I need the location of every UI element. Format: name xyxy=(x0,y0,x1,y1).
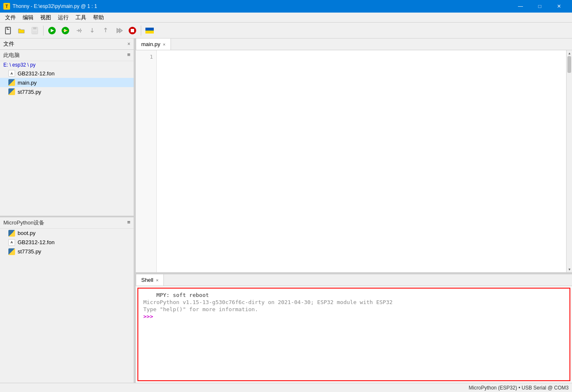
step-into-button[interactable] xyxy=(86,24,98,37)
new-file-button[interactable] xyxy=(2,24,14,37)
file-item-main-py[interactable]: main.py xyxy=(0,78,134,87)
status-bar: MicroPython (ESP32) • USB Serial @ COM3 xyxy=(0,383,572,392)
shell-tab-label: Shell xyxy=(141,277,153,283)
device-file-item-st7735-py[interactable]: st7735.py xyxy=(0,247,134,256)
app-icon: T xyxy=(3,3,10,10)
device-file-list: boot.py A GB2312-12.fon st7735.py xyxy=(0,229,134,383)
py-icon xyxy=(8,79,15,86)
device-section-title: MicroPython设备 xyxy=(3,219,44,226)
svg-rect-8 xyxy=(63,30,67,31)
minimize-button[interactable]: — xyxy=(511,0,530,13)
file-item-gb2312-fon[interactable]: A GB2312-12.fon xyxy=(0,69,134,78)
file-name: GB2312-12.fon xyxy=(18,239,54,245)
shell-content[interactable]: MPY: soft reboot MicroPython v1.15-13-g5… xyxy=(137,288,570,381)
file-panel-header: 文件 × xyxy=(0,39,134,50)
local-file-path[interactable]: E: \ esp32 \ py xyxy=(0,61,134,69)
file-name: GB2312-12.fon xyxy=(18,70,54,77)
local-file-list: A GB2312-12.fon main.py st7735.py xyxy=(0,69,134,216)
fon-icon: A xyxy=(8,239,15,246)
title-bar: T Thonny - E:\esp32\py\main.py @ 1 : 1 —… xyxy=(0,0,572,13)
editor-content: 1 ▲ ▼ xyxy=(136,50,572,272)
scroll-down-arrow[interactable]: ▼ xyxy=(567,266,572,272)
file-name: st7735.py xyxy=(18,89,41,95)
svg-rect-12 xyxy=(131,29,134,32)
shell-tab[interactable]: Shell × xyxy=(136,274,164,286)
maximize-button[interactable]: □ xyxy=(530,0,549,13)
device-file-item-boot-py[interactable]: boot.py xyxy=(0,229,134,238)
toolbar-separator-2 xyxy=(141,26,141,36)
svg-rect-3 xyxy=(33,31,37,34)
editor-scrollbar[interactable]: ▲ ▼ xyxy=(566,50,572,272)
status-text: MicroPython (ESP32) • USB Serial @ COM3 xyxy=(469,385,569,391)
py-icon xyxy=(8,248,15,255)
menu-bar: 文件 编辑 视图 运行 工具 帮助 xyxy=(0,13,572,23)
device-file-item-gb2312-fon[interactable]: A GB2312-12.fon xyxy=(0,238,134,247)
local-section-title: 此电脑 xyxy=(3,52,20,58)
tab-label: main.py xyxy=(141,41,160,47)
device-section-header: MicroPython设备 ≡ xyxy=(0,217,134,229)
shell-line-micropython: MicroPython v1.15-13-g530c76f6c-dirty on… xyxy=(143,299,564,305)
code-editor[interactable] xyxy=(157,50,566,272)
open-file-button[interactable] xyxy=(15,24,28,37)
file-name: boot.py xyxy=(18,230,36,236)
shell-prompt: >>> xyxy=(143,313,564,320)
editor-area: main.py × 1 ▲ ▼ xyxy=(136,39,572,272)
resume-button[interactable] xyxy=(113,24,125,37)
close-button[interactable]: ✕ xyxy=(549,0,569,13)
main-area: 文件 × 此电脑 ≡ E: \ esp32 \ py A GB2312-12.f… xyxy=(0,39,572,383)
shell-line-help: Type "help()" for more information. xyxy=(143,306,564,312)
menu-item-file[interactable]: 文件 xyxy=(2,13,19,22)
file-name: st7735.py xyxy=(18,248,41,255)
editor-tab-main-py[interactable]: main.py × xyxy=(136,39,171,50)
svg-rect-0 xyxy=(5,27,10,34)
local-section-header: 此电脑 ≡ xyxy=(0,50,134,61)
flag-button[interactable] xyxy=(143,24,156,37)
window-controls: — □ ✕ xyxy=(511,0,569,13)
file-panel-close[interactable]: × xyxy=(127,41,130,47)
device-files-section: MicroPython设备 ≡ boot.py A GB2312-12.fon … xyxy=(0,217,134,383)
panel-options-icon[interactable]: ≡ xyxy=(127,52,130,58)
toolbar-separator-1 xyxy=(43,26,44,36)
run-button[interactable] xyxy=(46,24,58,37)
save-file-button[interactable] xyxy=(28,24,41,37)
file-name: main.py xyxy=(18,80,37,86)
shell-line-reboot: MPY: soft reboot xyxy=(143,292,564,298)
local-files-section: 此电脑 ≡ E: \ esp32 \ py A GB2312-12.fon ma… xyxy=(0,50,134,216)
editor-tab-bar: main.py × xyxy=(136,39,572,50)
menu-item-view[interactable]: 视图 xyxy=(37,13,54,22)
menu-item-run[interactable]: 运行 xyxy=(54,13,72,22)
tab-close-button[interactable]: × xyxy=(163,42,166,47)
debug-button[interactable] xyxy=(59,24,72,37)
editor-shell-container: main.py × 1 ▲ ▼ xyxy=(136,39,572,383)
file-item-st7735-py[interactable]: st7735.py xyxy=(0,87,134,96)
file-panel: 文件 × 此电脑 ≡ E: \ esp32 \ py A GB2312-12.f… xyxy=(0,39,134,383)
device-options-icon[interactable]: ≡ xyxy=(127,219,130,225)
shell-tab-close[interactable]: × xyxy=(156,278,158,283)
scroll-up-arrow[interactable]: ▲ xyxy=(567,50,572,56)
shell-panel: Shell × MPY: soft reboot MicroPython v1.… xyxy=(136,274,572,383)
toolbar xyxy=(0,23,572,39)
py-icon xyxy=(8,88,15,95)
window-title: Thonny - E:\esp32\py\main.py @ 1 : 1 xyxy=(13,3,97,9)
scroll-thumb[interactable] xyxy=(567,56,571,73)
step-over-button[interactable] xyxy=(72,24,85,37)
py-icon xyxy=(8,230,15,237)
shell-tab-bar: Shell × xyxy=(136,274,572,286)
menu-item-tools[interactable]: 工具 xyxy=(72,13,90,22)
svg-marker-10 xyxy=(119,28,122,33)
line-number: 1 xyxy=(136,54,153,60)
scroll-track[interactable] xyxy=(567,56,572,266)
line-numbers: 1 xyxy=(136,50,157,272)
step-out-button[interactable] xyxy=(99,24,112,37)
menu-item-help[interactable]: 帮助 xyxy=(90,13,107,22)
stop-button[interactable] xyxy=(126,24,139,37)
file-panel-title: 文件 xyxy=(3,40,14,48)
menu-item-edit[interactable]: 编辑 xyxy=(19,13,37,22)
svg-rect-2 xyxy=(33,27,36,29)
fon-icon: A xyxy=(8,70,15,77)
